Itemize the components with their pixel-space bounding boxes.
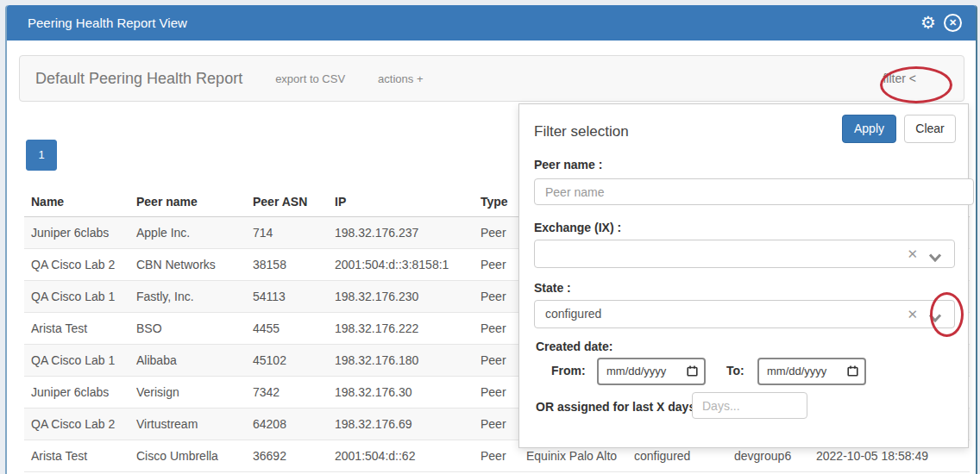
clear-x-icon[interactable]: ✕ xyxy=(907,240,918,267)
table-cell: 2001:504:d::3:8158:1 xyxy=(328,249,474,281)
table-cell: BSO xyxy=(129,313,246,345)
actions-menu[interactable]: actions + xyxy=(378,72,423,85)
state-label: State : xyxy=(534,281,571,295)
table-cell: 198.32.176.30 xyxy=(328,377,474,409)
export-csv-link[interactable]: export to CSV xyxy=(275,72,345,85)
app-window: Peering Health Report View ⚙ ✕ Default P… xyxy=(5,5,977,474)
table-cell: CBN Networks xyxy=(129,249,246,281)
table-cell: 198.32.176.69 xyxy=(328,409,474,440)
table-cell: 714 xyxy=(246,217,328,249)
chevron-down-icon[interactable] xyxy=(928,310,942,326)
calendar-icon[interactable] xyxy=(687,365,698,377)
table-cell: 2001:504:d::62 xyxy=(328,440,474,472)
date-placeholder: mm/dd/yyyy xyxy=(767,359,826,384)
date-placeholder: mm/dd/yyyy xyxy=(606,359,666,384)
col-header-peer-name[interactable]: Peer name xyxy=(129,186,246,217)
page-title: Peering Health Report View xyxy=(28,5,187,41)
report-toolbar: Default Peering Health Report export to … xyxy=(19,55,964,102)
table-cell: 64208 xyxy=(246,409,328,440)
table-cell: 54113 xyxy=(246,281,328,313)
table-cell: 198.32.176.230 xyxy=(328,281,474,313)
state-select-value: configured xyxy=(545,301,601,327)
table-cell: Peer xyxy=(474,377,519,409)
table-cell: Juniper 6clabs xyxy=(24,217,129,249)
col-header-peer-asn[interactable]: Peer ASN xyxy=(246,186,328,217)
col-header-name[interactable]: Name xyxy=(24,186,129,217)
table-cell: 45102 xyxy=(246,345,328,377)
table-cell: 198.32.176.237 xyxy=(328,217,474,249)
title-bar: Peering Health Report View ⚙ ✕ xyxy=(7,5,976,41)
table-cell: Virtustream xyxy=(129,409,246,440)
gear-icon[interactable]: ⚙ xyxy=(920,5,936,41)
to-date-input[interactable]: mm/dd/yyyy xyxy=(757,358,866,385)
table-cell: Peer xyxy=(474,409,519,440)
filter-panel: Filter selection Apply Clear Peer name :… xyxy=(518,103,969,448)
table-cell: Verisign xyxy=(129,377,246,409)
table-cell: Peer xyxy=(474,217,519,249)
filter-toggle[interactable]: filter < xyxy=(883,72,916,85)
table-cell: Peer xyxy=(474,281,519,313)
state-select[interactable]: configured ✕ xyxy=(534,300,955,328)
from-label: From: xyxy=(551,364,586,377)
table-cell: 38158 xyxy=(246,249,328,281)
table-cell: QA Cisco Lab 1 xyxy=(24,345,129,377)
from-date-input[interactable]: mm/dd/yyyy xyxy=(597,358,706,385)
table-cell: 36692 xyxy=(246,440,328,472)
report-title: Default Peering Health Report xyxy=(35,70,242,88)
col-header-type[interactable]: Type xyxy=(474,186,519,217)
table-cell: Peer xyxy=(474,313,519,345)
table-cell: 7342 xyxy=(246,377,328,409)
clear-button[interactable]: Clear xyxy=(904,115,956,143)
peer-name-input[interactable] xyxy=(534,178,974,205)
exchange-select[interactable]: ✕ xyxy=(534,240,955,268)
filter-panel-title: Filter selection xyxy=(534,123,629,140)
to-label: To: xyxy=(726,364,744,377)
table-cell: Arista Test xyxy=(24,440,129,472)
apply-button[interactable]: Apply xyxy=(842,115,896,143)
days-input[interactable] xyxy=(692,392,807,419)
table-cell: Peer xyxy=(474,440,519,472)
chevron-down-icon[interactable] xyxy=(928,250,942,265)
table-cell: 4455 xyxy=(246,313,328,345)
table-cell: Juniper 6clabs xyxy=(24,377,129,409)
table-cell: 198.32.176.180 xyxy=(328,345,474,377)
or-days-label: OR assigned for last X days : xyxy=(536,400,703,414)
table-cell: QA Cisco Lab 2 xyxy=(24,249,129,281)
table-cell: QA Cisco Lab 2 xyxy=(24,409,129,440)
col-header-ip[interactable]: IP xyxy=(328,186,474,217)
table-cell: Alibaba xyxy=(129,345,246,377)
peer-name-label: Peer name : xyxy=(534,158,602,172)
table-cell: Cisco Umbrella xyxy=(129,440,246,472)
table-cell: Arista Test xyxy=(24,313,129,345)
table-cell: 198.32.176.222 xyxy=(328,313,474,345)
pagination-page-1-button[interactable]: 1 xyxy=(26,140,57,171)
table-cell: Apple Inc. xyxy=(129,217,246,249)
table-cell: Fastly, Inc. xyxy=(129,281,246,313)
table-cell: Peer xyxy=(474,345,519,377)
close-icon[interactable]: ✕ xyxy=(944,14,962,32)
table-cell: QA Cisco Lab 1 xyxy=(24,281,129,313)
table-cell: Peer xyxy=(474,249,519,281)
clear-x-icon[interactable]: ✕ xyxy=(907,301,918,327)
created-date-label: Created date: xyxy=(536,340,612,353)
calendar-icon[interactable] xyxy=(847,365,858,377)
exchange-label: Exchange (IX) : xyxy=(534,221,621,234)
screen: Peering Health Report View ⚙ ✕ Default P… xyxy=(0,0,980,474)
